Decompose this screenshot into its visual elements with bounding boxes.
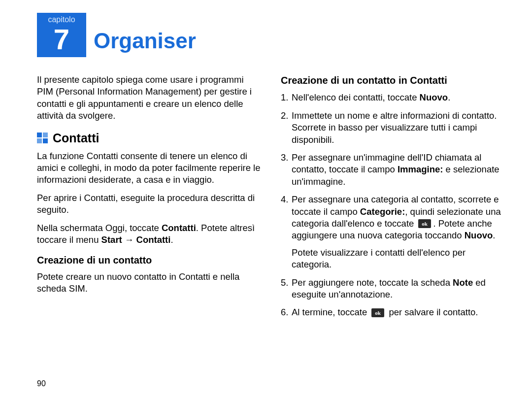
- section-header: Contatti: [37, 130, 261, 146]
- page-number: 90: [37, 379, 46, 388]
- left-column: Il presente capitolo spiega come usare i…: [37, 74, 261, 325]
- body-text: La funzione Contatti consente di tenere …: [37, 150, 261, 186]
- sub-heading: Creazione di un contatto: [37, 254, 261, 266]
- chapter-badge: capitolo 7: [37, 13, 86, 57]
- body-text: Potete creare un nuovo contatto in Conta…: [37, 271, 261, 295]
- list-item: Nell'elenco dei contatti, toccate Nuovo.: [281, 92, 505, 103]
- chapter-label: capitolo: [37, 13, 86, 24]
- section-grid-icon: [37, 133, 48, 143]
- chapter-number: 7: [37, 25, 86, 54]
- document-page: capitolo 7 Organiser Il presente capitol…: [0, 0, 532, 399]
- list-item: Immettete un nome e altre informazioni d…: [281, 110, 505, 146]
- right-column: Creazione di un contatto in Contatti Nel…: [281, 74, 505, 325]
- chapter-title: Organiser: [94, 29, 196, 53]
- sub-heading: Creazione di un contatto in Contatti: [281, 74, 505, 87]
- body-text: Per aprire i Contatti, eseguite la proce…: [37, 192, 261, 216]
- list-item: Per assegnare un'immagine dell'ID chiama…: [281, 152, 505, 188]
- svg-text:ok: ok: [375, 310, 382, 316]
- ok-icon: ok: [417, 219, 432, 228]
- steps-list: Nell'elenco dei contatti, toccate Nuovo.…: [281, 92, 505, 319]
- content-columns: Il presente capitolo spiega come usare i…: [37, 74, 505, 325]
- list-item: Per aggiungere note, toccate la scheda N…: [281, 277, 505, 301]
- body-text: Potete visualizzare i contatti dell'elen…: [292, 247, 505, 271]
- ok-icon: ok: [370, 308, 385, 317]
- list-item: Per assegnare una categoria al contatto,…: [281, 194, 505, 270]
- svg-text:ok: ok: [422, 221, 429, 227]
- body-text: Nella schermata Oggi, toccate Contatti. …: [37, 222, 261, 246]
- intro-paragraph: Il presente capitolo spiega come usare i…: [37, 74, 261, 122]
- list-item: Al termine, toccate ok per salvare il co…: [281, 306, 505, 318]
- section-title: Contatti: [53, 130, 99, 146]
